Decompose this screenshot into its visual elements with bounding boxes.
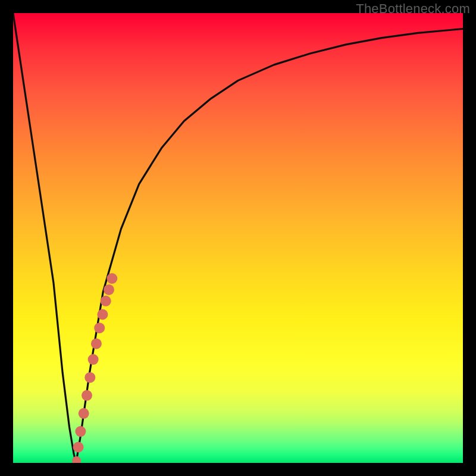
curve-layer <box>13 13 463 463</box>
highlight-dot <box>107 273 117 284</box>
chart-frame: TheBottleneck.com <box>0 0 476 476</box>
highlight-dot <box>88 354 99 365</box>
highlight-dot <box>91 339 102 349</box>
highlight-dot <box>94 322 105 333</box>
highlight-dot <box>97 309 108 320</box>
highlight-dot <box>82 390 92 401</box>
bottleneck-curve <box>13 13 463 463</box>
highlight-dot <box>79 408 89 419</box>
plot-area <box>13 13 463 463</box>
highlight-dot <box>75 426 86 437</box>
highlight-dot <box>84 372 95 383</box>
watermark-text: TheBottleneck.com <box>356 1 470 17</box>
highlight-dots <box>72 273 117 463</box>
highlight-dot <box>104 284 114 295</box>
highlight-dot <box>73 442 84 453</box>
highlight-dot <box>72 456 81 463</box>
highlight-dot <box>101 296 111 306</box>
